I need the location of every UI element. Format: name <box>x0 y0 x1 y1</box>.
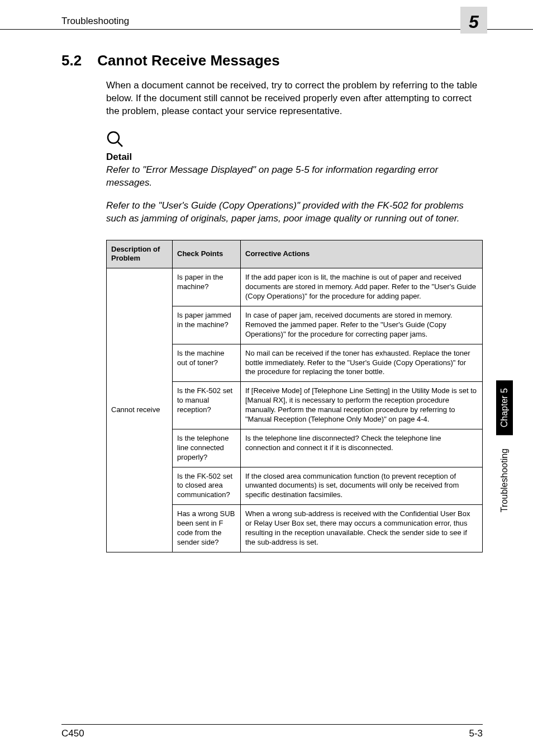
intro-paragraph: When a document cannot be received, try … <box>0 69 533 118</box>
td-check: Is paper jammed in the machine? <box>173 306 241 344</box>
troubleshoot-table: Description of Problem Check Points Corr… <box>106 240 483 552</box>
detail-paragraph-2: Refer to the "User's Guide (Copy Operati… <box>106 200 483 225</box>
page-footer: C450 5-3 <box>61 724 483 739</box>
page-header: Troubleshooting <box>0 0 533 30</box>
td-action: No mail can be received if the toner has… <box>241 344 483 382</box>
side-labels: Chapter 5 Troubleshooting <box>496 380 513 512</box>
td-check: Is the FK-502 set to closed area communi… <box>173 467 241 505</box>
side-section-label: Troubleshooting <box>499 448 510 512</box>
td-action: If the closed area communication functio… <box>241 467 483 505</box>
footer-left: C450 <box>61 728 84 739</box>
td-problem: Cannot receive <box>107 268 173 552</box>
chapter-tab: 5 <box>460 7 487 34</box>
magnifier-icon <box>106 140 124 150</box>
td-action: If [Receive Mode] of [Telephone Line Set… <box>241 382 483 429</box>
td-action: When a wrong sub-address is received wit… <box>241 505 483 552</box>
section-heading: 5.2 Cannot Receive Messages <box>0 30 533 69</box>
td-check: Is the telephone line connected properly… <box>173 429 241 467</box>
side-chapter-label: Chapter 5 <box>496 380 513 435</box>
td-check: Is the FK-502 set to manual reception? <box>173 382 241 429</box>
footer-right: 5-3 <box>469 728 483 739</box>
detail-heading: Detail <box>106 152 483 163</box>
td-action: In case of paper jam, received documents… <box>241 306 483 344</box>
td-check: Has a wrong SUB been sent in F code from… <box>173 505 241 552</box>
section-number: 5.2 <box>61 52 82 69</box>
section-title: Cannot Receive Messages <box>97 52 280 69</box>
table-row: Cannot receive Is paper in the machine? … <box>107 268 483 306</box>
td-action: If the add paper icon is lit, the machin… <box>241 268 483 306</box>
td-check: Is the machine out of toner? <box>173 344 241 382</box>
svg-point-0 <box>108 132 119 143</box>
table-header-row: Description of Problem Check Points Corr… <box>107 240 483 268</box>
td-action: Is the telephone line disconnected? Chec… <box>241 429 483 467</box>
header-title: Troubleshooting <box>61 16 129 27</box>
th-action: Corrective Actions <box>241 240 483 268</box>
troubleshoot-table-wrap: Description of Problem Check Points Corr… <box>0 225 533 552</box>
detail-block: Detail Refer to "Error Message Displayed… <box>0 118 533 225</box>
td-check: Is paper in the machine? <box>173 268 241 306</box>
svg-line-1 <box>118 142 122 147</box>
th-check: Check Points <box>173 240 241 268</box>
th-problem: Description of Problem <box>107 240 173 268</box>
detail-paragraph-1: Refer to "Error Message Displayed" on pa… <box>106 164 483 190</box>
